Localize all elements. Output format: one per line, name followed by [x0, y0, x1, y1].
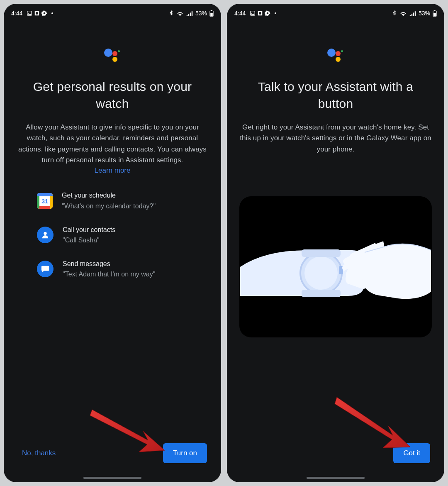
- calendar-icon: 31: [37, 193, 53, 209]
- gear-icon: [41, 10, 47, 16]
- wifi-icon: [176, 10, 184, 16]
- image-icon: [27, 10, 32, 16]
- button-row: Got it: [239, 435, 432, 482]
- image-icon: [250, 10, 256, 16]
- got-it-button[interactable]: Got it: [393, 443, 430, 463]
- svg-rect-12: [433, 13, 436, 16]
- status-battery: 53%: [195, 10, 207, 17]
- separator-dot: [51, 12, 53, 14]
- square-o-icon: [34, 10, 40, 16]
- signal-icon: [409, 10, 416, 16]
- page-description: Get right to your Assistant from your wa…: [239, 122, 432, 155]
- status-battery: 53%: [419, 10, 430, 17]
- nav-handle[interactable]: [307, 477, 365, 479]
- feature-messages: Send messages "Text Adam that I'm on my …: [37, 259, 209, 279]
- feature-example: "Text Adam that I'm on my way": [63, 269, 155, 279]
- square-o-icon: [257, 10, 263, 16]
- phone-screen-left: 4:44 53% Get personal results on your wa…: [4, 4, 221, 482]
- svg-rect-17: [302, 290, 341, 297]
- turn-on-button[interactable]: Turn on: [163, 443, 207, 463]
- feature-list: 31 Get your schedule "What's on my calen…: [16, 190, 209, 279]
- nav-handle[interactable]: [83, 477, 141, 479]
- button-row: No, thanks Turn on: [16, 435, 209, 482]
- bluetooth-icon: [169, 10, 174, 16]
- feature-example: "Call Sasha": [63, 235, 115, 245]
- learn-more-link[interactable]: Learn more: [16, 166, 209, 175]
- svg-point-9: [259, 12, 261, 15]
- messages-icon: [37, 261, 54, 277]
- google-assistant-logo: [102, 46, 122, 66]
- gear-icon: [265, 10, 270, 16]
- battery-icon: [433, 10, 437, 17]
- status-time: 4:44: [234, 10, 246, 17]
- watch-illustration: [239, 196, 432, 337]
- feature-title: Send messages: [63, 259, 155, 269]
- svg-rect-11: [434, 10, 435, 11]
- feature-title: Get your schedule: [62, 190, 156, 200]
- status-bar: 4:44 53%: [227, 4, 444, 21]
- feature-contacts: Call your contacts "Call Sasha": [37, 225, 209, 245]
- svg-point-14: [304, 256, 338, 290]
- status-notification-icons: [27, 10, 47, 16]
- no-thanks-button[interactable]: No, thanks: [18, 446, 60, 461]
- separator-dot: [275, 12, 276, 14]
- svg-point-2: [36, 12, 38, 15]
- bluetooth-icon: [392, 10, 397, 16]
- wifi-icon: [399, 10, 407, 16]
- page-title: Get personal results on your watch: [16, 78, 209, 112]
- google-assistant-logo: [326, 46, 346, 66]
- svg-rect-5: [210, 13, 213, 16]
- svg-point-6: [44, 232, 46, 235]
- feature-schedule: 31 Get your schedule "What's on my calen…: [37, 190, 209, 210]
- status-notification-icons: [250, 10, 270, 16]
- svg-rect-16: [302, 249, 341, 257]
- battery-icon: [209, 10, 214, 17]
- feature-title: Call your contacts: [63, 225, 115, 234]
- signal-icon: [186, 10, 193, 16]
- page-description: Allow your Assistant to give info specif…: [16, 122, 209, 166]
- phone-screen-right: 4:44 53% Talk to your Assistant with a b…: [227, 4, 444, 482]
- contacts-icon: [37, 227, 54, 243]
- status-bar: 4:44 53%: [4, 4, 221, 21]
- svg-rect-4: [211, 10, 212, 11]
- status-time: 4:44: [11, 10, 22, 17]
- feature-example: "What's on my calendar today?": [62, 201, 156, 211]
- page-title: Talk to your Assistant with a button: [239, 78, 432, 112]
